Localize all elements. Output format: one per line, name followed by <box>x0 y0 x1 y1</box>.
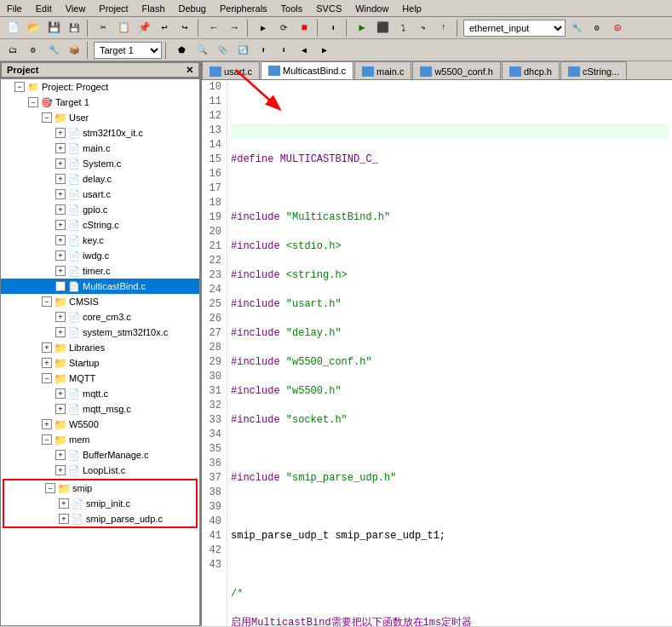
tab-multicastbind[interactable]: MulticastBind.c <box>261 61 353 80</box>
save-btn[interactable]: 💾 <box>44 19 63 37</box>
looplist-expand[interactable]: + <box>55 465 66 475</box>
toolbar-btn-b[interactable]: 🔍 <box>192 41 211 60</box>
toolbar-btn-g[interactable]: ◀ <box>295 41 313 60</box>
tab-main[interactable]: main.c <box>354 61 411 80</box>
tree-looplist[interactable]: + 📄 LoopList.c <box>1 463 199 478</box>
tree-buffermanage[interactable]: + 📄 BufferManage.c <box>1 447 199 463</box>
open-btn[interactable]: 📂 <box>24 19 43 37</box>
user-expand[interactable]: − <box>42 112 52 123</box>
menu-window[interactable]: Window <box>348 2 395 15</box>
tree-user[interactable]: − 📁 User <box>1 110 199 125</box>
tree-timer[interactable]: + 📄 timer.c <box>1 263 199 279</box>
nav-fwd-btn[interactable]: → <box>225 19 244 37</box>
corecm3-expand[interactable]: + <box>55 312 66 322</box>
tree-mqtt-msg[interactable]: + 📄 mqtt_msg.c <box>1 401 199 417</box>
tree-stm32[interactable]: + 📄 stm32f10x_it.c <box>1 125 199 141</box>
multicast-expand[interactable]: + <box>55 281 66 291</box>
mqttmsg-expand[interactable]: + <box>55 404 66 414</box>
libraries-expand[interactable]: + <box>42 342 52 353</box>
tree-target1[interactable]: − 🎯 Target 1 <box>1 95 199 110</box>
systemstm32-expand[interactable]: + <box>55 327 66 337</box>
undo-btn[interactable]: ↩ <box>155 19 174 37</box>
nav-back-btn[interactable]: ← <box>204 19 223 37</box>
timer-expand[interactable]: + <box>55 266 66 276</box>
toolbar-btn-c[interactable]: 📎 <box>213 41 232 60</box>
tree-multicastbind[interactable]: + 📄 MulticastBind.c <box>1 279 199 294</box>
toolbar-btn-a[interactable]: ⬟ <box>172 41 191 60</box>
toolbar-btn-d[interactable]: 🔃 <box>233 41 252 60</box>
tree-smip-parse[interactable]: + 📄 smip_parse_udp.c <box>4 511 196 526</box>
tree-main-c[interactable]: + 📄 main.c <box>1 141 199 156</box>
menu-view[interactable]: View <box>59 2 93 15</box>
panel-close-btn[interactable]: ✕ <box>186 65 193 76</box>
menu-debug[interactable]: Debug <box>172 2 213 15</box>
tree-root[interactable]: − 📁 Project: Progect <box>1 79 199 95</box>
new-btn[interactable]: 📄 <box>3 19 22 37</box>
toolbar-btn-h[interactable]: ▶ <box>315 41 334 60</box>
startup-expand[interactable]: + <box>42 358 52 368</box>
menu-help[interactable]: Help <box>395 2 428 15</box>
save-all-btn[interactable]: 💾 <box>65 19 83 37</box>
cstring-expand[interactable]: + <box>55 220 66 230</box>
tree-smip-init[interactable]: + 📄 smip_init.c <box>4 496 196 511</box>
tab-w5500conf[interactable]: w5500_conf.h <box>412 61 501 80</box>
buffermanage-expand[interactable]: + <box>55 450 66 460</box>
rebuild-btn[interactable]: ⟳ <box>274 19 293 37</box>
debug-stepout-btn[interactable]: ↑ <box>434 19 453 37</box>
tree-smip[interactable]: − 📁 smip <box>4 480 196 496</box>
menu-project[interactable]: Project <box>92 2 135 15</box>
manage-btn[interactable]: 📦 <box>65 41 83 60</box>
target1-expand[interactable]: − <box>28 97 38 107</box>
redo-btn[interactable]: ↪ <box>175 19 194 37</box>
cut-btn[interactable]: ✂ <box>94 19 112 37</box>
system-expand[interactable]: + <box>55 158 66 169</box>
tree-iwdg[interactable]: + 📄 iwdg.c <box>1 248 199 263</box>
stm32-expand[interactable]: + <box>55 128 66 138</box>
debug-stop-btn[interactable]: ⬛ <box>373 19 392 37</box>
tree-cmsis[interactable]: − 📁 CMSIS <box>1 294 199 309</box>
extra-btn2[interactable]: ⚙ <box>588 19 606 37</box>
toolbar-btn-e[interactable]: ⬆ <box>254 41 273 60</box>
settings-btn[interactable]: ⚙ <box>24 41 43 60</box>
root-expand[interactable]: − <box>14 82 25 92</box>
delay-expand[interactable]: + <box>55 174 66 184</box>
tree-usart[interactable]: + 📄 usart.c <box>1 187 199 202</box>
code-content[interactable]: 10 11 12 13 14 15 16 17 18 19 20 21 22 2… <box>202 80 672 626</box>
tree-key[interactable]: + 📄 key.c <box>1 233 199 248</box>
menu-peripherals[interactable]: Peripherals <box>213 2 274 15</box>
tree-gpio[interactable]: + 📄 gpio.c <box>1 202 199 217</box>
tree-delay[interactable]: + 📄 delay.c <box>1 171 199 187</box>
w5500-expand[interactable]: + <box>42 419 52 429</box>
mem-expand[interactable]: − <box>42 434 52 445</box>
tree-system-stm32[interactable]: + 📄 system_stm32f10x.c <box>1 325 199 340</box>
gpio-expand[interactable]: + <box>55 204 66 215</box>
stop-btn[interactable]: ■ <box>295 19 313 37</box>
smipparse-expand[interactable]: + <box>59 514 69 524</box>
menu-svcs[interactable]: SVCS <box>309 2 348 15</box>
debug-stepover-btn[interactable]: ↷ <box>414 19 433 37</box>
tree-libraries[interactable]: + 📁 Libraries <box>1 340 199 355</box>
menu-tools[interactable]: Tools <box>274 2 310 15</box>
menu-file[interactable]: File <box>0 2 29 15</box>
tree-mem[interactable]: − 📁 mem <box>1 432 199 447</box>
code-lines[interactable]: #define MULTICASTBIND_C_ #include "Multi… <box>227 80 672 626</box>
tab-cstring[interactable]: cString... <box>560 61 627 80</box>
toolbar-btn-f[interactable]: ⬇ <box>274 41 293 60</box>
tree-mqtt[interactable]: − 📁 MQTT <box>1 371 199 386</box>
cmsis-expand[interactable]: − <box>42 296 52 307</box>
tab-dhcp[interactable]: dhcp.h <box>502 61 560 80</box>
mqttc-expand[interactable]: + <box>55 388 66 399</box>
main-expand[interactable]: + <box>55 143 66 153</box>
tree-cstring[interactable]: + 📄 cString.c <box>1 217 199 233</box>
tab-usart[interactable]: usart.c <box>202 61 260 80</box>
usart-expand[interactable]: + <box>55 189 66 199</box>
copy-btn[interactable]: 📋 <box>114 19 133 37</box>
smip-expand[interactable]: − <box>45 483 55 493</box>
build-btn[interactable]: ▶ <box>254 19 273 37</box>
download-btn[interactable]: ⬇ <box>324 19 342 37</box>
target-combo[interactable]: Target 1 <box>94 42 162 59</box>
tree-system[interactable]: + 📄 System.c <box>1 156 199 171</box>
iwdg-expand[interactable]: + <box>55 250 66 261</box>
extra-btn1[interactable]: 🔧 <box>567 19 586 37</box>
project-btn[interactable]: 🗂 <box>3 41 22 60</box>
